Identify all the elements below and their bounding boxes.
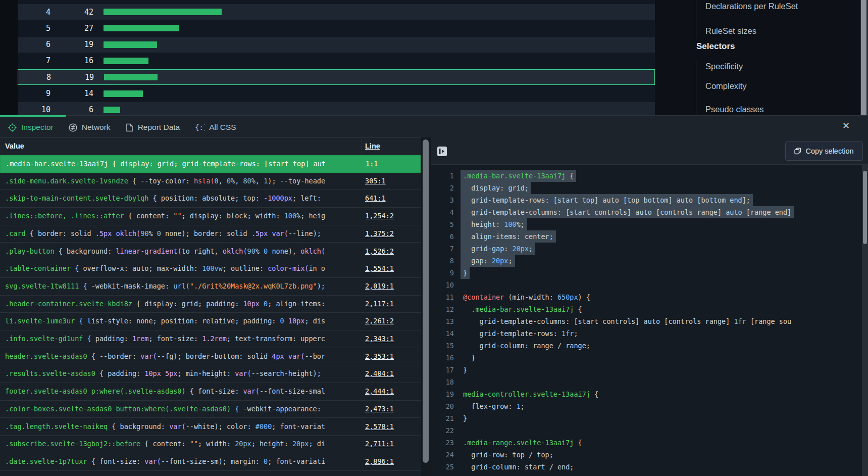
code-token: in o — [309, 264, 325, 272]
code-token: color-mix( — [268, 264, 309, 272]
line-link[interactable]: 2,343:1 — [365, 330, 394, 347]
line-link[interactable]: 2,711:1 — [365, 436, 394, 452]
table-row[interactable]: .side-menu.dark.svelte-1vsndze { --toy-c… — [0, 173, 421, 191]
line-link[interactable]: 2,019:1 — [365, 278, 394, 295]
line-link[interactable]: 305:1 — [365, 173, 386, 189]
code-token: var( — [144, 457, 161, 465]
line-link[interactable]: 3,141:1 — [365, 471, 394, 476]
copy-selection-button[interactable]: Copy selection — [785, 141, 863, 161]
table-row[interactable]: .card { border: solid .5px oklch(90% 0 n… — [0, 225, 421, 243]
expand-panel-icon[interactable] — [437, 147, 447, 156]
table-scrollbar-thumb[interactable] — [423, 139, 429, 463]
table-row[interactable]: .info.svelte-gd1unf { padding: 1rem; fon… — [0, 330, 421, 348]
rule-value: .date.svelte-1p7tuxr { font-size: var(--… — [5, 453, 358, 470]
value-column-header: Value — [5, 142, 24, 150]
chart-row-4[interactable]: 442 — [18, 4, 655, 20]
line-link[interactable]: 2,261:2 — [365, 313, 394, 329]
tab-label: Report Data — [138, 123, 180, 132]
inspector-panel: InspectorNetworkReport Data{:}All CSS ✕ … — [0, 115, 868, 476]
table-row[interactable]: .table-container { overflow-x: auto; max… — [0, 260, 421, 278]
code-token: { -webkit-appearance: — [235, 405, 325, 413]
code-scrollbar-thumb[interactable] — [863, 171, 867, 244]
nav-item-specificity[interactable]: Specificity — [705, 62, 743, 71]
table-row[interactable]: .tag.length.svelte-naikeq { background: … — [0, 418, 421, 436]
code-token: { background: — [59, 247, 116, 255]
code-token: hsla( — [194, 177, 215, 185]
line-column-header[interactable]: Line — [365, 142, 380, 150]
code-token: grid-row: top / top; — [463, 451, 553, 459]
tab-all-css[interactable]: {:}All CSS — [195, 123, 236, 132]
line-number: 4 — [431, 206, 454, 218]
line-link[interactable]: 2,444:1 — [365, 383, 394, 400]
page-scrollbar-thumb[interactable] — [861, 0, 866, 115]
rule-value: footer.svelte-asdas0 p:where(.svelte-asd… — [5, 383, 358, 400]
table-row[interactable]: footer.svelte-asdas0 p:where(.svelte-asd… — [0, 383, 421, 401]
chart-row-9[interactable]: 914 — [18, 86, 655, 102]
code-token: @container — [463, 293, 504, 301]
rule-value: .results.svelte-asdas0 { padding: 10px 5… — [5, 365, 358, 382]
tab-network[interactable]: Network — [69, 123, 111, 132]
nav-item-complexity[interactable]: Complexity — [705, 81, 747, 91]
code-token: 20px — [292, 440, 309, 448]
nav-item-declarations-per-ruleset[interactable]: Declarations per RuleSet — [705, 2, 798, 11]
bucket-count: 16 — [50, 56, 93, 65]
tab-inspector[interactable]: Inspector — [8, 123, 54, 132]
code-token: .lines::before, .lines::after — [5, 212, 128, 220]
code-token: display: grid; — [463, 184, 529, 192]
chart-row-6[interactable]: 619 — [18, 37, 655, 53]
table-row[interactable]: header.svelte-asdas0 { --border: var(--f… — [0, 348, 421, 366]
table-row[interactable]: svg.svelte-1tw8111 { -webkit-mask-image:… — [0, 278, 421, 296]
table-row[interactable]: .header-container.svelte-kbdi8z { displa… — [0, 296, 421, 313]
table-row[interactable]: .date.svelte-1p7tuxr { font-size: var(--… — [0, 453, 421, 471]
line-link[interactable]: 1,526:2 — [365, 243, 394, 260]
line-link[interactable]: 1:1 — [366, 156, 378, 172]
table-row[interactable]: .subscribe.svelte-13gboj2::before { cont… — [0, 436, 421, 453]
line-link[interactable]: 2,353:1 — [365, 348, 394, 365]
active-tab-indicator — [0, 115, 66, 117]
bucket-count: 42 — [50, 8, 93, 17]
chart-row-7[interactable]: 716 — [18, 53, 655, 69]
table-row[interactable]: .lines::before, .lines::after { content:… — [0, 208, 421, 225]
bar — [104, 25, 179, 31]
table-row[interactable]: .color-boxes.svelte-asdas0 button:where(… — [0, 401, 421, 418]
line-link[interactable]: 2,117:1 — [365, 296, 394, 312]
code-token: --font-size-smal — [260, 387, 325, 395]
table-row[interactable]: .results.svelte-asdas0 { padding: 10px 5… — [0, 365, 421, 383]
code-viewer[interactable]: 1.media-bar.svelte-13aai7j {2 display: g… — [431, 165, 868, 476]
table-row[interactable]: .sub-button.svelte-1p7tuxr { background:… — [0, 471, 421, 476]
code-token: % — [149, 229, 157, 237]
line-number: 22 — [431, 424, 454, 437]
code-token: 650px — [557, 293, 578, 301]
table-row[interactable]: li.svelte-1ume3ur { list-style: none; po… — [0, 313, 421, 330]
line-link[interactable]: 641:1 — [365, 190, 386, 207]
code-token: ; — [574, 329, 578, 338]
close-icon[interactable]: ✕ — [842, 120, 850, 131]
nav-section-selectors: Selectors — [696, 41, 735, 52]
code-line: 18 — [431, 376, 868, 388]
chart-row-5[interactable]: 527 — [18, 20, 655, 36]
code-token: 4px — [272, 352, 284, 360]
code-token: "" — [173, 212, 181, 220]
bucket-label: 5 — [18, 24, 50, 33]
table-row[interactable]: .skip-to-main-content.svelte-dbylqh { po… — [0, 190, 421, 208]
code-token: { font-size: — [91, 457, 145, 465]
line-link[interactable]: 2,404:1 — [365, 365, 394, 382]
table-row[interactable]: .play-button { background: linear-gradie… — [0, 243, 421, 261]
nav-item-ruleset-sizes[interactable]: RuleSet sizes — [705, 26, 756, 36]
tab-report-data[interactable]: Report Data — [126, 123, 180, 132]
code-token: .results.svelte-asdas0 — [5, 369, 99, 377]
line-link[interactable]: 1,375:2 — [365, 225, 394, 242]
table-row[interactable]: .media-bar.svelte-13aai7j { display: gri… — [0, 155, 421, 173]
line-link[interactable]: 1,554:1 — [365, 260, 394, 277]
code-token: .play-button — [5, 247, 59, 255]
chart-row-8[interactable]: 819 — [18, 69, 655, 85]
code-line: 7 grid-gap: 20px; — [431, 243, 868, 255]
code-token: ; left: — [292, 194, 325, 202]
code-token: none); border: solid — [161, 229, 251, 237]
line-link[interactable]: 2,578:1 — [365, 418, 394, 435]
line-link[interactable]: 1,254:2 — [365, 208, 394, 224]
rule-value: .skip-to-main-content.svelte-dbylqh { po… — [5, 190, 358, 207]
line-link[interactable]: 2,473:1 — [365, 401, 394, 417]
nav-item-pseudo-classes[interactable]: Pseudo classes — [705, 105, 764, 114]
line-link[interactable]: 2,896:1 — [365, 453, 394, 470]
